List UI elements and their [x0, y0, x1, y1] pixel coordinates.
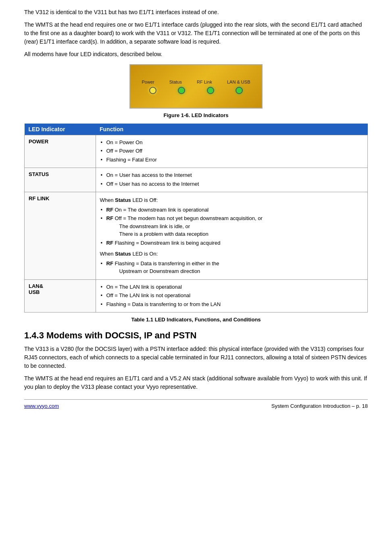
intro-para1: The V312 is identical to the V311 but ha… [24, 8, 368, 17]
intro-para3: All modems have four LED indicators, des… [24, 50, 368, 59]
led-label-status: Status [169, 80, 182, 84]
table-row-rflink: RF LINK When Status LED is Off: RF On = … [25, 192, 368, 280]
rflink-when-on-label: When Status LED is On: [100, 250, 364, 258]
power-bullet-3: Flashing = Fatal Error [100, 156, 364, 164]
power-bullet-2: Off = Power Off [100, 147, 364, 155]
table-header-function: Function [96, 124, 368, 135]
led-label-rflink: RF Link [197, 80, 212, 84]
function-lanusb: On = The LAN link is operational Off = T… [96, 279, 368, 313]
table-header-indicator: LED Indicator [25, 124, 96, 135]
rflink-off-bullet-3: RF Flashing = Downstream link is being a… [100, 239, 364, 247]
led-top-labels: Power Status RF Link LAN & USB [130, 77, 262, 85]
table-row-status: STATUS On = User has access to the Inter… [25, 168, 368, 192]
figure-caption: Figure 1-6. LED Indicators [24, 111, 368, 120]
led-dot-lanusb [236, 87, 243, 94]
footer: www.vyyo.com System Configuration Introd… [24, 399, 368, 409]
power-bullet-1: On = Power On [100, 138, 364, 147]
function-status: On = User has access to the Internet Off… [96, 168, 368, 192]
rflink-on-bullet-1: RF Flashing = Data is transferring in ei… [100, 260, 364, 275]
status-bullet-2: Off = User has no access to the Internet [100, 180, 364, 188]
footer-url[interactable]: www.vyyo.com [24, 403, 59, 409]
rflink-off-bullet-2: RF Off = The modem has not yet begun dow… [100, 214, 364, 238]
indicator-rflink: RF LINK [25, 192, 96, 280]
figure-container: Power Status RF Link LAN & USB [24, 64, 368, 110]
led-dot-power [149, 87, 156, 94]
lanusb-bullet-1: On = The LAN link is operational [100, 283, 364, 291]
table-row-power: POWER On = Power On Off = Power Off Flas… [25, 135, 368, 168]
rflink-when-off-label: When Status LED is Off: [100, 196, 364, 204]
led-table: LED Indicator Function POWER On = Power … [24, 124, 368, 313]
footer-page-info: System Configuration Introduction – p. 1… [271, 403, 368, 409]
function-power: On = Power On Off = Power Off Flashing =… [96, 135, 368, 168]
led-dot-status [178, 87, 185, 94]
table-caption: Table 1.1 LED Indicators, Functions, and… [24, 316, 368, 324]
function-rflink: When Status LED is Off: RF On = The down… [96, 192, 368, 280]
lanusb-bullet-3: Flashing = Data is transferring to or fr… [100, 300, 364, 308]
indicator-power: POWER [25, 135, 96, 168]
table-row-lanusb: LAN&USB On = The LAN link is operational… [25, 279, 368, 313]
section-para1: The V313 is a V280 (for the DOCSIS layer… [24, 345, 368, 370]
indicator-status: STATUS [25, 168, 96, 192]
led-dot-rflink [207, 87, 214, 94]
led-label-lanusb: LAN & USB [227, 80, 250, 84]
lanusb-bullet-2: Off = The LAN link is not operational [100, 292, 364, 300]
status-bullet-1: On = User has access to the Internet [100, 171, 364, 179]
led-image: Power Status RF Link LAN & USB [129, 64, 263, 109]
indicator-lanusb: LAN&USB [25, 279, 96, 313]
led-label-power: Power [142, 80, 154, 84]
intro-para2: The WMTS at the head end requires one or… [24, 21, 368, 46]
section-heading: 1.4.3 Modems with DOCSIS, IP and PSTN [24, 330, 368, 341]
led-dots-row [130, 85, 262, 96]
rflink-sub-2: There is a problem with data reception [119, 230, 364, 238]
rflink-off-bullet-1: RF On = The downstream link is operation… [100, 206, 364, 214]
rflink-sub-1: The downstream link is idle, or [119, 222, 364, 231]
section-para2: The WMTS at the head end requires an E1/… [24, 374, 368, 391]
rflink-on-sub-1: Upstream or Downstream direction [119, 267, 364, 275]
